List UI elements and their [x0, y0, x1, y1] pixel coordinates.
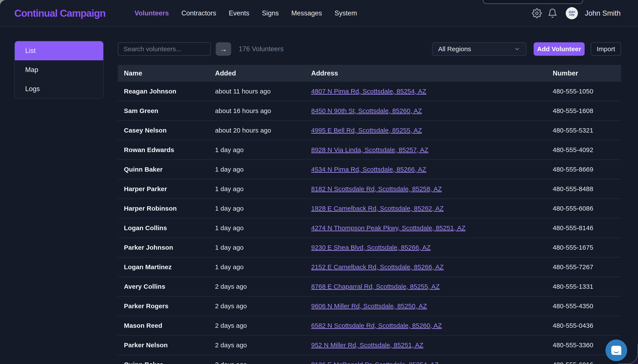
- cell-added: 2 days ago: [209, 283, 305, 290]
- address-link[interactable]: 9230 E Shea Blvd, Scottsdale, 85266, AZ: [311, 244, 430, 251]
- chat-launcher-button[interactable]: [605, 340, 627, 361]
- cell-added: 1 day ago: [209, 263, 305, 271]
- table-row: Harper Robinson 1 day ago 1828 E Camelba…: [118, 199, 621, 218]
- nav-item-messages[interactable]: Messages: [291, 9, 322, 17]
- add-volunteer-button[interactable]: Add Volunteer: [534, 42, 585, 56]
- search-submit-button[interactable]: →: [216, 42, 231, 56]
- table-row: Avery Collins 2 days ago 8768 E Chaparra…: [118, 277, 621, 296]
- address-link[interactable]: 952 N Miller Rd, Scottsdale, 85251, AZ: [311, 342, 423, 348]
- address-link[interactable]: 8182 N Scottsdale Rd, Scottsdale, 85258,…: [311, 185, 442, 192]
- sidebar-item-logs[interactable]: Logs: [15, 80, 103, 98]
- chevron-down-icon: [514, 46, 520, 52]
- cell-name: Casey Nelson: [118, 127, 209, 134]
- settings-gear-icon[interactable]: [532, 8, 542, 18]
- view-sidebar: List Map Logs: [14, 41, 104, 99]
- volunteer-count: 176 Volunteers: [239, 45, 284, 53]
- cell-number: 480-555-1608: [547, 107, 621, 114]
- table-row: Logan Martinez 1 day ago 2152 E Camelbac…: [118, 258, 621, 277]
- cell-added: 1 day ago: [209, 244, 305, 251]
- sidebar-item-map[interactable]: Map: [15, 60, 103, 80]
- nav-item-contractors[interactable]: Contractors: [181, 9, 216, 17]
- cell-name: Avery Collins: [118, 283, 209, 290]
- cell-name: Parker Nelson: [118, 342, 209, 349]
- cell-name: Rowan Edwards: [118, 146, 209, 154]
- table-row: Quinn Baker 2 days ago 8126 E McDonald D…: [118, 355, 621, 364]
- address-link[interactable]: 6582 N Scottsdale Rd, Scottsdale, 85260,…: [311, 322, 442, 329]
- address-link[interactable]: 8768 E Chaparral Rd, Scottsdale, 85255, …: [311, 283, 440, 290]
- cell-added: 2 days ago: [209, 322, 305, 329]
- cell-name: Parker Johnson: [118, 244, 209, 251]
- cell-added: about 16 hours ago: [209, 107, 305, 114]
- arrow-right-icon: →: [220, 45, 227, 53]
- nav-item-signs[interactable]: Signs: [262, 9, 279, 17]
- address-link[interactable]: 2152 E Camelback Rd, Scottsdale, 85266, …: [311, 263, 444, 270]
- cell-added: about 20 hours ago: [209, 127, 305, 134]
- content-area: List Map Logs → 176 Volunteers All Regio…: [0, 27, 638, 364]
- table-row: Rowan Edwards 1 day ago 8928 N Via Linda…: [118, 140, 621, 160]
- cell-name: Harper Parker: [118, 185, 209, 193]
- address-link[interactable]: 8450 N 90th St, Scottsdale, 85260, AZ: [311, 107, 422, 114]
- cell-name: Parker Rogers: [118, 302, 209, 310]
- notifications-bell-icon[interactable]: [547, 8, 557, 18]
- address-link[interactable]: 4274 N Thompson Peak Pkwy, Scottsdale, 8…: [311, 224, 465, 232]
- primary-nav: Volunteers Contractors Events Signs Mess…: [135, 9, 357, 17]
- table-row: Casey Nelson about 20 hours ago 4995 E B…: [118, 121, 621, 140]
- app-window: Continual Campaign Volunteers Contractor…: [0, 0, 638, 364]
- cell-added: 2 days ago: [209, 342, 305, 349]
- cell-number: 480-555-5321: [547, 127, 621, 134]
- table-row: Quinn Baker 1 day ago 4534 N Pima Rd, Sc…: [118, 160, 621, 180]
- cell-name: Quinn Baker: [118, 361, 209, 364]
- cell-added: about 11 hours ago: [209, 88, 305, 95]
- cell-number: 480-555-8146: [547, 224, 621, 232]
- column-header-added: Added: [209, 70, 305, 77]
- table-row: Mason Reed 2 days ago 6582 N Scottsdale …: [118, 316, 621, 336]
- address-link[interactable]: 9606 N Miller Rd, Scottsdale, 85250, AZ: [311, 302, 427, 310]
- cell-number: 480-555-8488: [547, 185, 621, 193]
- address-link[interactable]: 1828 E Camelback Rd, Scottsdale, 85262, …: [311, 205, 444, 212]
- sidebar-item-list[interactable]: List: [15, 41, 103, 60]
- region-filter-select[interactable]: All Regions: [432, 42, 526, 56]
- cell-number: 480-555-6916: [547, 361, 621, 364]
- address-link[interactable]: 4534 N Pima Rd, Scottsdale, 85266, AZ: [311, 166, 426, 173]
- cell-name: Quinn Baker: [118, 166, 209, 173]
- nav-item-system[interactable]: System: [335, 9, 357, 17]
- volunteers-table: Name Added Address Number Reagan Johnson…: [118, 65, 621, 364]
- browser-overlay-remnant: [483, 0, 583, 4]
- cell-number: 480-555-1331: [547, 283, 621, 290]
- table-row: Reagan Johnson about 11 hours ago 4807 N…: [118, 82, 621, 101]
- cell-name: Mason Reed: [118, 322, 209, 329]
- address-link[interactable]: 4807 N Pima Rd, Scottsdale, 85254, AZ: [311, 88, 426, 95]
- chat-bubble-icon: [611, 346, 621, 355]
- table-row: Harper Parker 1 day ago 8182 N Scottsdal…: [118, 180, 621, 199]
- nav-item-events[interactable]: Events: [229, 9, 249, 17]
- table-row: Sam Green about 16 hours ago 8450 N 90th…: [118, 101, 621, 121]
- table-row: Logan Collins 1 day ago 4274 N Thompson …: [118, 218, 621, 238]
- import-button[interactable]: Import: [591, 42, 621, 56]
- cell-added: 1 day ago: [209, 224, 305, 232]
- nav-item-volunteers[interactable]: Volunteers: [135, 9, 169, 17]
- cell-name: Logan Collins: [118, 224, 209, 232]
- cell-added: 1 day ago: [209, 185, 305, 193]
- region-filter-value: All Regions: [438, 45, 471, 53]
- cell-name: Reagan Johnson: [118, 88, 209, 95]
- chat-smile-icon: [613, 350, 619, 353]
- top-navigation-bar: Continual Campaign Volunteers Contractor…: [0, 0, 638, 27]
- topbar-right-cluster: John City John Smith: [532, 7, 621, 19]
- cell-number: 480-555-8669: [547, 166, 621, 173]
- search-input[interactable]: [118, 42, 211, 56]
- cell-name: Harper Robinson: [118, 205, 209, 212]
- cell-name: Logan Martinez: [118, 263, 209, 271]
- brand-logo: Continual Campaign: [14, 8, 106, 19]
- user-avatar[interactable]: John City: [566, 7, 578, 19]
- table-header-row: Name Added Address Number: [118, 65, 621, 82]
- table-row: Parker Johnson 1 day ago 9230 E Shea Blv…: [118, 238, 621, 258]
- address-link[interactable]: 8126 E McDonald Dr, Scottsdale, 85254, A…: [311, 361, 439, 364]
- column-header-address: Address: [305, 70, 547, 77]
- address-link[interactable]: 4995 E Bell Rd, Scottsdale, 85255, AZ: [311, 127, 422, 134]
- column-header-name: Name: [118, 70, 209, 77]
- address-link[interactable]: 8928 N Via Linda, Scottsdale, 85257, AZ: [311, 146, 428, 153]
- cell-name: Sam Green: [118, 107, 209, 114]
- volunteers-main: → 176 Volunteers All Regions Add Volunte…: [118, 42, 621, 364]
- cell-added: 1 day ago: [209, 205, 305, 212]
- cell-added: 2 days ago: [209, 302, 305, 310]
